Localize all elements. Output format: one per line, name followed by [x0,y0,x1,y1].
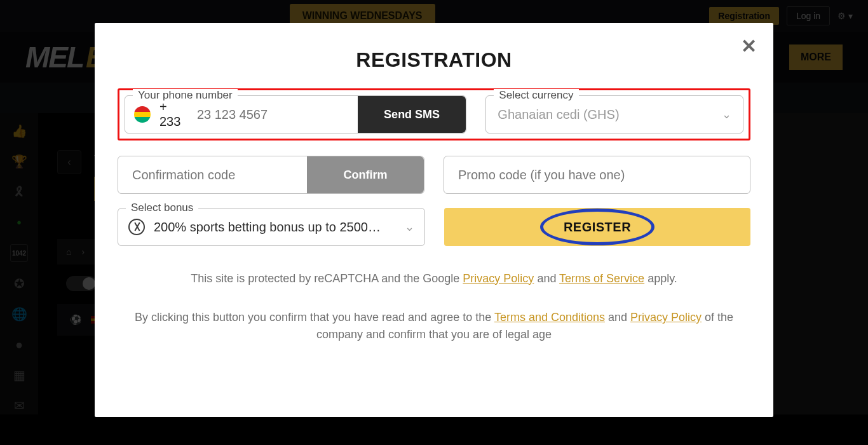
bonus-select[interactable]: Select bonus 200% sports betting bonus u… [118,208,425,246]
chevron-down-icon: ⌄ [405,220,414,234]
recaptcha-notice: This site is protected by reCAPTCHA and … [118,270,750,287]
promo-code-input[interactable] [444,168,750,182]
bonus-value: 200% sports betting bonus up to 2500… [154,220,396,235]
dial-code: + 233 [159,100,189,129]
flag-gh-icon[interactable] [134,106,151,123]
register-button[interactable]: REGISTER [444,208,750,246]
register-button-label: REGISTER [564,220,631,234]
google-privacy-link[interactable]: Privacy Policy [463,272,534,285]
soccer-ball-icon [128,219,145,235]
close-icon[interactable]: ✕ [741,37,757,56]
phone-legend: Your phone number [133,89,238,102]
confirmation-code-input[interactable] [118,168,307,182]
confirmation-code-field: Confirm [118,156,424,194]
agree-notice: By clicking this button you confirm that… [118,309,750,343]
google-tos-link[interactable]: Terms of Service [559,272,644,285]
promo-code-field [444,156,750,194]
bonus-legend: Select bonus [126,202,198,214]
modal-title: REGISTRATION [118,48,750,72]
currency-legend: Select currency [494,89,578,102]
confirm-button[interactable]: Confirm [307,156,424,193]
phone-fieldset: Your phone number + 233 Send SMS [125,95,466,134]
currency-select[interactable]: Select currency Ghanaian cedi (GHS) ⌄ [485,95,743,134]
highlight-box: Your phone number + 233 Send SMS Select … [118,88,750,140]
terms-link[interactable]: Terms and Conditions [494,311,605,324]
privacy-link[interactable]: Privacy Policy [630,311,702,324]
send-sms-button[interactable]: Send SMS [358,96,466,133]
chevron-down-icon: ⌄ [722,107,731,121]
registration-modal: ✕ REGISTRATION Your phone number + 233 S… [95,23,773,417]
currency-value: Ghanaian cedi (GHS) [498,107,619,122]
